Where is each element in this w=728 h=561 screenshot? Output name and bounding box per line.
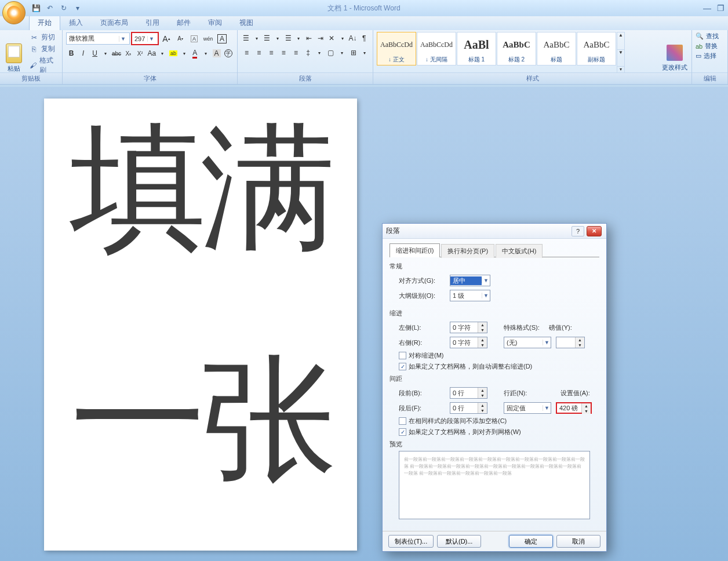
increase-indent-button[interactable]: ⇥ bbox=[315, 32, 326, 45]
tab-view[interactable]: 视图 bbox=[231, 15, 262, 30]
spin-down-icon[interactable]: ▼ bbox=[478, 393, 487, 398]
superscript-button[interactable]: X² bbox=[134, 47, 145, 60]
show-marks-button[interactable]: ¶ bbox=[359, 32, 369, 45]
tab-line-page-breaks[interactable]: 换行和分页(P) bbox=[441, 244, 494, 258]
cancel-button[interactable]: 取消 bbox=[556, 535, 600, 548]
line-spacing-button[interactable]: ‡ bbox=[303, 46, 314, 59]
change-case-button[interactable]: Aa bbox=[147, 47, 157, 60]
save-icon[interactable]: 💾 bbox=[30, 3, 42, 13]
find-button[interactable]: 🔍查找 bbox=[696, 32, 719, 41]
spin-down-icon[interactable]: ▼ bbox=[582, 409, 591, 414]
style-title[interactable]: AaBbC标题 bbox=[537, 32, 576, 65]
highlight-button[interactable]: ab bbox=[168, 47, 179, 60]
ok-button[interactable]: 确定 bbox=[509, 535, 553, 548]
mirror-indents-checkbox[interactable] bbox=[399, 352, 406, 359]
select-button[interactable]: ▭选择 bbox=[696, 52, 719, 60]
tab-references[interactable]: 引用 bbox=[137, 15, 168, 30]
office-button[interactable] bbox=[2, 1, 26, 24]
multilevel-menu[interactable]: ▾ bbox=[294, 32, 303, 45]
spin-up-icon[interactable]: ▲ bbox=[582, 403, 591, 409]
space-after-spinner[interactable]: 0 行▲▼ bbox=[450, 402, 487, 414]
align-center-button[interactable]: ≡ bbox=[253, 46, 264, 59]
align-justify-button[interactable]: ≡ bbox=[278, 46, 289, 59]
asian-menu[interactable]: ▾ bbox=[338, 32, 347, 45]
numbering-menu[interactable]: ▾ bbox=[274, 32, 282, 45]
spacing-at-spinner[interactable]: 420 磅▲▼ bbox=[556, 402, 592, 414]
line-spacing-combo[interactable]: 固定值▼ bbox=[504, 402, 551, 414]
dialog-titlebar[interactable]: 段落 ? ✕ bbox=[383, 224, 606, 239]
alignment-combo[interactable]: 居中▼ bbox=[450, 275, 490, 286]
tab-review[interactable]: 审阅 bbox=[199, 15, 231, 30]
tab-mailings[interactable]: 邮件 bbox=[168, 15, 199, 30]
multilevel-list-button[interactable]: ☰ bbox=[283, 32, 293, 45]
qat-customize-icon[interactable]: ▾ bbox=[72, 3, 83, 13]
minimize-icon[interactable]: — bbox=[703, 3, 711, 13]
align-distributed-button[interactable]: ≡ bbox=[290, 46, 301, 59]
snap-to-grid-checkbox[interactable]: ✓ bbox=[399, 428, 406, 436]
spacing-menu[interactable]: ▾ bbox=[315, 46, 324, 59]
auto-adjust-checkbox[interactable]: ✓ bbox=[399, 363, 406, 370]
style-heading2[interactable]: AaBbC标题 2 bbox=[497, 32, 536, 65]
help-button[interactable]: ? bbox=[572, 226, 584, 236]
align-right-button[interactable]: ≡ bbox=[265, 46, 276, 59]
gallery-down-icon[interactable]: ▼ bbox=[617, 50, 624, 67]
spin-up-icon[interactable]: ▲ bbox=[478, 388, 487, 393]
enclosed-char-button[interactable]: 字 bbox=[223, 47, 234, 60]
undo-icon[interactable]: ↶ bbox=[44, 3, 56, 13]
restore-icon[interactable]: ❐ bbox=[717, 3, 725, 13]
replace-button[interactable]: ab替换 bbox=[696, 42, 719, 50]
character-shading-button[interactable]: A bbox=[211, 47, 221, 60]
cut-button[interactable]: ✂剪切 bbox=[27, 32, 59, 43]
decrease-indent-button[interactable]: ⇤ bbox=[304, 32, 314, 45]
asian-layout-button[interactable]: ✕ bbox=[327, 32, 337, 45]
spin-up-icon[interactable]: ▲ bbox=[576, 337, 584, 343]
italic-button[interactable]: I bbox=[78, 47, 88, 60]
character-border-button[interactable]: A bbox=[216, 32, 228, 45]
bullets-button[interactable]: ☰ bbox=[241, 32, 252, 45]
spin-down-icon[interactable]: ▼ bbox=[478, 327, 487, 333]
phonetic-guide-button[interactable]: wén bbox=[202, 32, 214, 45]
no-space-same-style-checkbox[interactable] bbox=[399, 417, 406, 425]
spin-down-icon[interactable]: ▼ bbox=[576, 343, 584, 348]
bullets-menu[interactable]: ▾ bbox=[253, 32, 261, 45]
highlight-menu[interactable]: ▾ bbox=[180, 47, 188, 60]
spin-down-icon[interactable]: ▼ bbox=[478, 343, 487, 348]
grow-font-button[interactable]: A▴ bbox=[160, 32, 173, 45]
underline-menu[interactable]: ▾ bbox=[101, 47, 110, 60]
underline-button[interactable]: U bbox=[90, 47, 100, 60]
align-left-button[interactable]: ≡ bbox=[241, 46, 252, 59]
font-name-combo[interactable]: 微软雅黑▼ bbox=[66, 32, 130, 45]
close-button[interactable]: ✕ bbox=[587, 226, 602, 236]
style-nospacing[interactable]: AaBbCcDd↓ 无间隔 bbox=[417, 32, 456, 65]
font-color-menu[interactable]: ▾ bbox=[201, 47, 210, 60]
spin-up-icon[interactable]: ▲ bbox=[478, 403, 487, 408]
default-button[interactable]: 默认(D)... bbox=[437, 535, 481, 548]
indent-left-spinner[interactable]: 0 字符▲▼ bbox=[450, 322, 487, 333]
tab-asian-typography[interactable]: 中文版式(H) bbox=[496, 244, 543, 258]
numbering-button[interactable]: ☰ bbox=[262, 32, 272, 45]
borders-button[interactable]: ⊞ bbox=[348, 46, 359, 59]
shading-menu[interactable]: ▾ bbox=[337, 46, 347, 59]
tab-home[interactable]: 开始 bbox=[29, 15, 60, 30]
clear-formatting-button[interactable]: A bbox=[188, 32, 201, 45]
redo-icon[interactable]: ↻ bbox=[58, 3, 70, 13]
page[interactable]: 填满 一张 bbox=[44, 99, 357, 551]
spin-up-icon[interactable]: ▲ bbox=[478, 322, 487, 327]
style-subtitle[interactable]: AaBbC副标题 bbox=[577, 32, 616, 65]
indent-by-spinner[interactable]: ▲▼ bbox=[556, 337, 585, 348]
subscript-button[interactable]: X₂ bbox=[123, 47, 133, 60]
borders-menu[interactable]: ▾ bbox=[360, 46, 369, 59]
gallery-up-icon[interactable]: ▲ bbox=[617, 32, 624, 50]
spin-up-icon[interactable]: ▲ bbox=[478, 337, 487, 343]
font-color-button[interactable]: A bbox=[190, 47, 200, 60]
case-menu[interactable]: ▾ bbox=[158, 47, 167, 60]
style-heading1[interactable]: AaBl标题 1 bbox=[457, 32, 496, 65]
tabs-button[interactable]: 制表位(T)... bbox=[388, 535, 434, 548]
indent-right-spinner[interactable]: 0 字符▲▼ bbox=[450, 337, 487, 348]
tab-insert[interactable]: 插入 bbox=[60, 15, 92, 30]
space-before-spinner[interactable]: 0 行▲▼ bbox=[450, 387, 487, 399]
outline-level-combo[interactable]: 1 级▼ bbox=[450, 290, 490, 301]
style-normal[interactable]: AaBbCcDd↓ 正文 bbox=[377, 32, 416, 65]
special-indent-combo[interactable]: (无)▼ bbox=[504, 337, 551, 348]
strikethrough-button[interactable]: abc bbox=[111, 47, 122, 60]
